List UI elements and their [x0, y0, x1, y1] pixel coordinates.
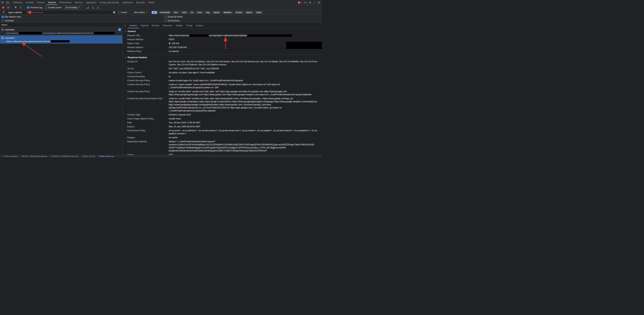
request-path: auth.backstorsecurity/signin-callback/lo…	[2, 31, 121, 35]
filter-input-container: ×	[7, 11, 116, 14]
response-header-row: Content-Security-Policy-Report-Onlyscrip…	[122, 96, 322, 113]
filter-chip-other[interactable]: Other	[255, 11, 263, 14]
response-headers-section-header[interactable]: ▼ Response Headers	[122, 54, 322, 60]
throttling-value: No throttling	[66, 6, 78, 9]
inspect-element-icon[interactable]	[0, 0, 5, 5]
request-row-keycloak1-first[interactable]: keycloak1 ↗ auth.backstorsecurity/signin…	[0, 27, 122, 35]
devtools-panel-tabs: Elements Console Sources Network Perform…	[12, 0, 156, 5]
big-request-rows-checkbox[interactable]: ✓ Big request rows	[1, 15, 22, 18]
general-row-request-url: Request URL https://auth.backstorysecuri…	[122, 33, 322, 37]
response-header-row: Content-Security-Policyscript-src 'unsaf…	[122, 89, 322, 96]
invert-filter-checkbox[interactable]: Invert	[118, 11, 128, 14]
status-ok-icon	[169, 42, 170, 44]
details-tab-timing[interactable]: Timing	[184, 23, 194, 28]
redaction-box	[247, 34, 292, 37]
details-tab-payload[interactable]: Payload	[139, 23, 150, 28]
tab-redux[interactable]: Redux	[146, 0, 156, 5]
throttling-dropdown[interactable]: No throttling ▼	[64, 6, 82, 9]
more-options-kebab-icon[interactable]: ⋮	[313, 1, 316, 4]
disclosure-triangle-icon: ▼	[125, 30, 126, 32]
details-tab-preview[interactable]: Preview	[150, 23, 161, 28]
filter-chip-fetch-xhr[interactable]: Fetch/XHR	[158, 11, 172, 14]
divider	[24, 6, 24, 9]
overview-checkbox[interactable]: Overview	[1, 19, 15, 22]
import-har-icon[interactable]	[91, 5, 95, 9]
search-icon[interactable]	[18, 5, 23, 9]
tab-memory[interactable]: Memory	[73, 0, 84, 5]
details-tab-strip: × Headers Payload Preview Response Initi…	[122, 23, 322, 28]
tab-elements[interactable]: Elements	[12, 0, 24, 5]
clear-network-log-icon[interactable]	[6, 5, 10, 9]
more-filters-dropdown[interactable]: More filters ▼	[133, 11, 149, 14]
screenshots-checkbox[interactable]: Screenshots	[164, 19, 180, 22]
tab-lighthouse[interactable]: Lighthouse	[120, 0, 134, 5]
blue-gear-icon[interactable]: ⚙	[318, 1, 320, 4]
resources-size: 2,246 kB / 76,398 kB resources	[49, 155, 80, 157]
document-icon	[2, 36, 4, 40]
device-toolbar-icon[interactable]	[5, 0, 10, 5]
filter-chip-img[interactable]: Img	[204, 11, 211, 14]
console-errors-badge[interactable]: × 3	[298, 1, 302, 3]
invert-label: Invert	[122, 11, 127, 14]
filter-chip-doc[interactable]: Doc	[172, 11, 179, 14]
details-tab-initiator[interactable]: Initiator	[174, 23, 184, 28]
group-by-frame-checkbox[interactable]: Group by frame	[164, 15, 184, 18]
record-network-log-button[interactable]	[1, 5, 6, 9]
network-options-row-2: Overview Screenshots	[0, 19, 322, 23]
filter-chip-manifest[interactable]: Manifest	[222, 11, 233, 14]
network-conditions-icon[interactable]	[86, 5, 90, 9]
console-warnings-badge[interactable]: ⚠ 2	[304, 1, 307, 4]
details-tab-response[interactable]: Response	[161, 23, 174, 28]
filter-input-funnel-icon	[2, 10, 6, 14]
clear-filter-icon[interactable]: ×	[113, 11, 115, 13]
request-path: /signin-callback/locations/global/workfo…	[2, 40, 121, 43]
request-name: keycloak1	[5, 37, 14, 39]
filter-funnel-icon[interactable]	[14, 5, 18, 9]
close-details-icon[interactable]: ×	[122, 24, 128, 27]
preserve-log-checkbox[interactable]: ✓ Preserve log	[26, 6, 43, 9]
filter-chip-all[interactable]: All	[152, 11, 157, 14]
request-list-panel: Name keycloak1 ↗ auth.backstorsecurity/s…	[0, 23, 122, 155]
tab-application[interactable]: Application	[84, 0, 98, 5]
response-header-row: Content-Typetext/html; charset=utf-8	[122, 113, 322, 117]
checkbox-box: ✓	[2, 16, 4, 18]
tab-privacy-and-security[interactable]: Privacy and security	[98, 0, 120, 5]
disable-cache-checkbox[interactable]: Disable cache	[44, 6, 62, 9]
big-request-rows-label: Big request rows	[5, 15, 21, 18]
filter-chip-wasm[interactable]: Wasm	[245, 11, 254, 14]
screenshots-label: Screenshots	[168, 19, 180, 22]
filter-chip-media[interactable]: Media	[212, 11, 221, 14]
open-in-sources-icon[interactable]: ↗	[118, 28, 121, 31]
requests-count: 2 / 301 requests	[2, 155, 19, 157]
checkbox-box	[164, 19, 167, 22]
filter-chip-font[interactable]: Font	[196, 11, 203, 14]
filter-chip-socket[interactable]: Socket	[234, 11, 244, 14]
chevron-down-icon: ▼	[78, 7, 80, 8]
tab-performance[interactable]: Performance	[58, 0, 73, 5]
tab-network[interactable]: Network	[46, 0, 58, 5]
response-header-row: DateTue, 25 Nov 2025 17:09:29 GMT	[122, 121, 322, 125]
request-row-keycloak1-selected[interactable]: keycloak1 /signin-callback/locations/glo…	[0, 35, 122, 43]
filter-chip-js[interactable]: JS	[189, 11, 195, 14]
divider	[130, 11, 130, 14]
response-header-row: Content-Security-Policyscript-src 'repor…	[122, 82, 322, 89]
filter-input[interactable]	[8, 11, 113, 14]
details-tab-headers[interactable]: Headers	[128, 23, 139, 28]
network-main-area: Name keycloak1 ↗ auth.backstorsecurity/s…	[0, 23, 322, 155]
tab-recorder[interactable]: Recorder	[134, 0, 146, 5]
response-header-row: Content-Encodingbr	[122, 74, 322, 78]
finish-time: Finish: 4.2 min	[80, 155, 97, 157]
more-filters-label: More filters	[134, 11, 145, 14]
general-section-header[interactable]: ▼ General	[122, 29, 322, 33]
export-har-icon[interactable]	[96, 5, 100, 9]
details-tab-cookies[interactable]: Cookies	[194, 23, 205, 28]
tab-console[interactable]: Console	[24, 0, 35, 5]
response-header-row: Reporting-Endpointsdefault="/_/AuthPorta…	[122, 140, 322, 153]
checkbox-box	[164, 16, 167, 18]
redaction-box	[51, 40, 70, 42]
settings-gear-icon[interactable]: ⚙	[309, 1, 311, 4]
name-column-header[interactable]: Name	[0, 23, 122, 27]
error-icon: ×	[298, 1, 300, 3]
filter-chip-css[interactable]: CSS	[180, 11, 188, 14]
tab-sources[interactable]: Sources	[35, 0, 46, 5]
